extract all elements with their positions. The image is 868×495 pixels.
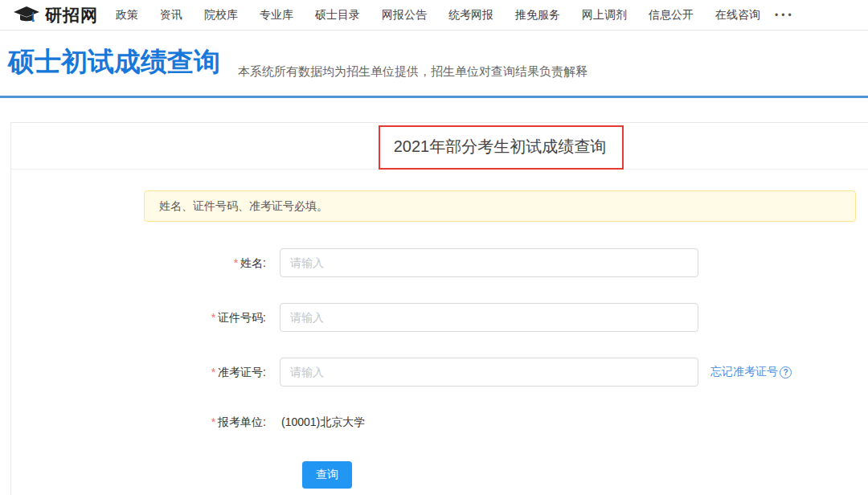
form-row-target-university: *报考单位: (10001)北京大学 (11, 407, 868, 436)
nav-item-exemption-service[interactable]: 推免服务 (515, 8, 560, 22)
nav-item-unified-exam-report[interactable]: 统考网报 (448, 8, 493, 22)
id-number-input[interactable] (280, 303, 698, 332)
name-field-label: *姓名: (11, 248, 266, 277)
required-asterisk: * (211, 415, 215, 428)
forgot-link-text: 忘记准考证号 (710, 365, 778, 379)
name-label-text: 姓名: (240, 256, 266, 269)
form-row-admission-ticket: *准考证号: 忘记准考证号 ? (11, 358, 868, 387)
page-subtitle: 本系统所有数据均为招生单位提供，招生单位对查询结果负责解释 (238, 64, 588, 80)
nav-menu: 政策 资讯 院校库 专业库 硕士目录 网报公告 统考网报 推免服务 网上调剂 信… (116, 8, 760, 22)
nav-item-policy[interactable]: 政策 (116, 8, 138, 22)
id-number-field-label: *证件号码: (11, 303, 266, 332)
panel-title: 2021年部分考生初试成绩查询 (11, 123, 868, 170)
nav-item-college-library[interactable]: 院校库 (204, 8, 238, 22)
blue-divider (0, 96, 868, 98)
question-mark-icon: ? (780, 366, 792, 378)
top-navbar: 研招网 政策 资讯 院校库 专业库 硕士目录 网报公告 统考网报 推免服务 网上… (0, 0, 868, 31)
nav-item-online-consult[interactable]: 在线咨询 (715, 8, 760, 22)
id-number-label-text: 证件号码: (218, 311, 266, 324)
nav-more-ellipsis[interactable]: ••• (775, 10, 795, 21)
form-row-name: *姓名: (11, 248, 868, 277)
query-submit-button[interactable]: 查询 (302, 461, 352, 489)
query-card: 2021年部分考生初试成绩查询 姓名、证件号码、准考证号必填。 *姓名: *证件… (10, 122, 868, 495)
required-asterisk: * (211, 311, 215, 324)
site-logo[interactable]: 研招网 (13, 4, 98, 27)
nav-item-major-library[interactable]: 专业库 (260, 8, 293, 22)
required-fields-notice: 姓名、证件号码、准考证号必填。 (144, 190, 856, 222)
page: 研招网 政策 资讯 院校库 专业库 硕士目录 网报公告 统考网报 推免服务 网上… (0, 0, 868, 495)
nav-item-info-disclosure[interactable]: 信息公开 (649, 8, 694, 22)
forgot-admission-ticket-link[interactable]: 忘记准考证号 ? (710, 358, 792, 387)
nav-item-news[interactable]: 资讯 (160, 8, 182, 22)
target-university-label-text: 报考单位: (218, 415, 266, 428)
site-logo-text: 研招网 (45, 4, 98, 27)
form-row-id-number: *证件号码: (11, 303, 868, 332)
name-input[interactable] (280, 248, 698, 277)
target-university-value: (10001)北京大学 (281, 407, 365, 436)
required-asterisk: * (234, 256, 238, 269)
nav-item-master-catalog[interactable]: 硕士目录 (315, 8, 360, 22)
nav-item-online-adjustment[interactable]: 网上调剂 (582, 8, 627, 22)
nav-item-online-report-announcement[interactable]: 网报公告 (382, 8, 427, 22)
graduation-cap-icon (13, 6, 40, 25)
card-header: 2021年部分考生初试成绩查询 (11, 123, 868, 170)
admission-ticket-field-label: *准考证号: (11, 358, 266, 387)
page-title: 硕士初试成绩查询 (8, 44, 220, 80)
admission-ticket-label-text: 准考证号: (218, 366, 266, 378)
target-university-field-label: *报考单位: (11, 407, 266, 436)
admission-ticket-input[interactable] (280, 358, 698, 387)
required-asterisk: * (211, 366, 215, 378)
